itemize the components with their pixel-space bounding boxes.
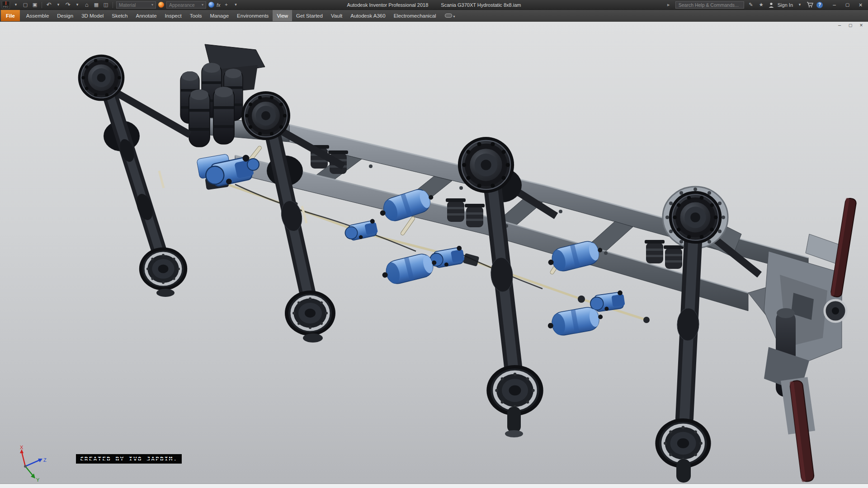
qat-customize-caret-icon[interactable] (232, 1, 240, 9)
sign-in-caret-icon[interactable] (796, 1, 803, 9)
watermark-text: CREATED BY IVO JAPDIM. (76, 454, 182, 464)
tab-annotate[interactable]: Annotate (132, 10, 161, 21)
tab-inspect[interactable]: Inspect (161, 10, 186, 21)
window-minimize-button[interactable] (828, 0, 841, 9)
axis-x-label: X (20, 445, 24, 450)
tab-environments[interactable]: Environments (233, 10, 273, 21)
tab-sketch[interactable]: Sketch (108, 10, 132, 21)
window-maximize-button[interactable] (841, 0, 854, 9)
chevron-right-icon[interactable] (665, 1, 672, 9)
ribbon-tab-bar: File Assemble Design 3D Model Sketch Ann… (0, 10, 868, 22)
appearance-dropdown[interactable]: Appearance ▾ (166, 1, 206, 9)
add-tool-icon[interactable] (223, 1, 230, 9)
inventor-logo-pro: PRO (3, 6, 9, 8)
window-title: Autodesk Inventor Professional 2018 Scan… (347, 2, 521, 8)
window-close-button[interactable] (854, 0, 867, 9)
axis-y-label: Y (36, 477, 40, 483)
app-menu-caret-icon[interactable] (12, 1, 19, 9)
new-file-icon[interactable] (22, 1, 29, 9)
material-dropdown-value: Material (119, 2, 136, 8)
toolbar-divider (42, 2, 42, 8)
chevron-down-icon (453, 13, 455, 19)
toolbar-divider (113, 2, 113, 8)
document-window-controls (836, 23, 864, 28)
document-minimize-button[interactable] (836, 23, 843, 28)
quick-access-toolbar: I PRO Material ▾ Appearance ▾ fx (0, 0, 240, 9)
material-dropdown[interactable]: Material ▾ (116, 1, 156, 9)
tab-file[interactable]: File (1, 10, 20, 21)
tab-manage[interactable]: Manage (206, 10, 233, 21)
help-icon[interactable]: ? (816, 2, 823, 8)
cart-icon[interactable] (807, 2, 813, 8)
app-title: Autodesk Inventor Professional 2018 (347, 2, 429, 8)
home-view-icon[interactable] (83, 1, 90, 9)
document-close-button[interactable] (858, 23, 864, 28)
tab-get-started[interactable]: Get Started (292, 10, 327, 21)
undo-icon[interactable] (45, 1, 52, 9)
ribbon-display-toggle[interactable] (445, 10, 455, 21)
tab-autodesk-a360[interactable]: Autodesk A360 (346, 10, 389, 21)
tab-design[interactable]: Design (53, 10, 77, 21)
chevron-down-icon: ▾ (202, 3, 203, 7)
axle-assembly-1[interactable] (78, 55, 190, 297)
material-ball-icon[interactable] (158, 2, 164, 8)
appearance-dropdown-value: Appearance (169, 2, 195, 8)
undo-caret-icon[interactable] (55, 1, 62, 9)
window-controls (828, 0, 867, 9)
tab-electromechanical[interactable]: Electromechanical (390, 10, 440, 21)
model-canvas[interactable] (0, 22, 868, 483)
appearance-ball-icon[interactable] (208, 2, 214, 8)
favorites-star-icon[interactable] (758, 1, 765, 9)
title-bar: I PRO Material ▾ Appearance ▾ fx Autodes… (0, 0, 868, 10)
origin-triad: X Z Y (12, 445, 50, 483)
parameters-fx-icon[interactable]: fx (217, 2, 221, 8)
document-title: Scania G370XT Hydrostatic 8x8.iam (441, 2, 521, 8)
save-icon[interactable] (31, 1, 38, 9)
inventor-logo[interactable]: I PRO (2, 1, 10, 9)
search-input[interactable] (675, 1, 744, 9)
model-viewport[interactable]: X Z Y CREATED BY IVO JAPDIM. (0, 22, 868, 483)
document-restore-button[interactable] (847, 23, 854, 28)
pencil-icon[interactable] (747, 1, 755, 9)
redo-icon[interactable] (64, 1, 71, 9)
titlebar-right-group: Sign In ? (665, 0, 868, 9)
section-view-icon[interactable] (102, 1, 109, 9)
tab-assemble[interactable]: Assemble (22, 10, 53, 21)
user-icon[interactable] (768, 2, 774, 8)
redo-caret-icon[interactable] (74, 1, 81, 9)
tab-view[interactable]: View (273, 10, 292, 21)
axis-z-label: Z (43, 457, 47, 463)
tab-vault[interactable]: Vault (327, 10, 346, 21)
visual-style-icon[interactable] (93, 1, 100, 9)
ribbon-pill-icon (445, 14, 452, 18)
sign-in-button[interactable]: Sign In (778, 2, 793, 8)
chevron-down-icon: ▾ (151, 3, 153, 7)
tab-tools[interactable]: Tools (186, 10, 206, 21)
tab-3d-model[interactable]: 3D Model (77, 10, 108, 21)
status-strip (0, 483, 868, 488)
